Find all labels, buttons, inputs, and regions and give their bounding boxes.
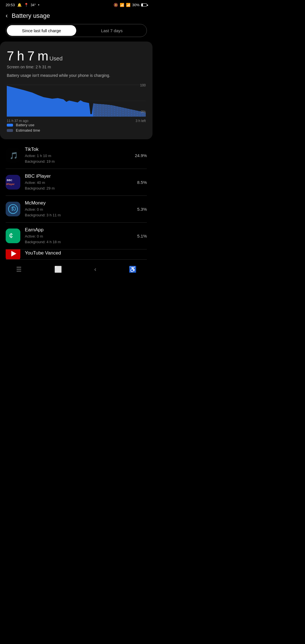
earnapp-active: Active: 0 m: [25, 234, 133, 239]
app-list: 🎵 TikTok Active: 1 h 10 m Background: 19…: [0, 142, 152, 260]
tiktok-background: Background: 19 m: [25, 159, 130, 164]
tiktok-percent: 24.9%: [135, 153, 147, 158]
status-bar: 20:53 🔔 📍 34° • 🔕 📶 📶 30%: [0, 0, 152, 9]
charging-note: Battery usage isn't measured while your …: [7, 73, 146, 78]
tab-since-last-charge[interactable]: Since last full charge: [7, 25, 76, 36]
alarm-icon: 🔔: [17, 3, 22, 7]
svg-text:🎵: 🎵: [10, 151, 18, 160]
mcmoney-info: McMoney Active: 0 m Background: 3 h 11 m: [25, 200, 133, 218]
youtube-info: YouTube Vanced: [25, 250, 147, 257]
battery-chart-svg: [7, 83, 146, 117]
time: 20:53: [6, 3, 15, 7]
svg-rect-22: [6, 175, 20, 190]
bbc-percent: 8.5%: [137, 180, 147, 185]
app-item-bbc[interactable]: BBC iPlayer BBC iPlayer Active: 40 m Bac…: [6, 169, 147, 196]
header: ‹ Battery usage: [0, 9, 152, 24]
bbc-active: Active: 40 m: [25, 180, 133, 186]
youtube-icon: [6, 249, 20, 260]
legend-estimated-dot: [7, 129, 13, 132]
app-item-mcmoney[interactable]: $ McMoney Active: 0 m Background: 3 h 11…: [6, 196, 147, 223]
chart-legend: Battery use Estimated time: [7, 123, 146, 132]
usage-used-label: Used: [49, 55, 63, 62]
chart-labels: 11 h 37 m ago 3 h left: [7, 119, 146, 123]
svg-text:¢: ¢: [9, 231, 13, 240]
bottom-nav: ☰ ⬜ ‹ ♿: [0, 262, 152, 278]
nav-accessibility-button[interactable]: ♿: [129, 266, 136, 273]
svg-text:BBC: BBC: [7, 179, 12, 182]
legend-battery-dot: [7, 124, 13, 127]
location-icon: 📍: [24, 3, 29, 7]
signal-icon: 📶: [126, 3, 130, 7]
mcmoney-percent: 5.3%: [137, 207, 147, 212]
battery-percent: 30%: [132, 3, 140, 7]
chart-min-label: 0%: [141, 110, 146, 114]
usage-hours: 7 h 7 m: [7, 49, 48, 63]
svg-text:$: $: [11, 206, 14, 211]
status-right: 🔕 📶 📶 30%: [114, 3, 147, 7]
chart-max-label: 100: [140, 83, 146, 87]
chart-end-label: 3 h left: [136, 119, 146, 123]
page-title: Battery usage: [12, 12, 50, 19]
youtube-name: YouTube Vanced: [25, 250, 147, 256]
mcmoney-active: Active: 0 m: [25, 207, 133, 212]
app-item-earnapp[interactable]: ¢ EarnApp Active: 0 m Background: 4 h 18…: [6, 223, 147, 249]
earnapp-background: Background: 4 h 18 m: [25, 239, 133, 245]
tiktok-name: TikTok: [25, 147, 130, 152]
svg-text:iPlayer: iPlayer: [6, 183, 15, 186]
earnapp-info: EarnApp Active: 0 m Background: 4 h 18 m: [25, 227, 133, 245]
tiktok-active: Active: 1 h 10 m: [25, 153, 130, 159]
battery-icon: [141, 3, 147, 6]
back-button[interactable]: ‹: [6, 12, 8, 19]
bbc-info: BBC iPlayer Active: 40 m Background: 29 …: [25, 173, 133, 191]
app-item-youtube[interactable]: YouTube Vanced: [6, 249, 147, 260]
bbc-name: BBC iPlayer: [25, 173, 133, 179]
mcmoney-name: McMoney: [25, 200, 133, 206]
earnapp-percent: 5.1%: [137, 234, 147, 238]
usage-time: 7 h 7 m Used: [7, 48, 146, 64]
tab-selector: Since last full charge Last 7 days: [6, 24, 147, 37]
legend-estimated: Estimated time: [7, 128, 146, 132]
battery-card: 7 h 7 m Used Screen on time: 2 h 31 m Ba…: [0, 42, 152, 139]
wifi-icon: 📶: [120, 3, 124, 7]
legend-battery-use: Battery use: [7, 123, 146, 127]
nav-back-button[interactable]: ‹: [94, 266, 96, 273]
earnapp-name: EarnApp: [25, 227, 133, 233]
bbc-background: Background: 29 m: [25, 186, 133, 191]
dot-icon: •: [38, 3, 40, 7]
nav-home-button[interactable]: ⬜: [54, 266, 62, 273]
app-item-tiktok[interactable]: 🎵 TikTok Active: 1 h 10 m Background: 19…: [6, 142, 147, 169]
earnapp-icon: ¢: [6, 229, 20, 243]
tab-last-7-days[interactable]: Last 7 days: [77, 24, 147, 37]
nav-menu-button[interactable]: ☰: [16, 266, 22, 273]
chart-start-label: 11 h 37 m ago: [7, 119, 29, 123]
bbc-icon: BBC iPlayer: [6, 175, 20, 190]
legend-estimated-label: Estimated time: [16, 128, 40, 132]
status-left: 20:53 🔔 📍 34° •: [6, 3, 39, 7]
legend-battery-label: Battery use: [16, 123, 34, 127]
screen-on-time: Screen on time: 2 h 31 m: [7, 65, 146, 69]
mcmoney-background: Background: 3 h 11 m: [25, 212, 133, 218]
temperature: 34°: [31, 3, 36, 7]
mute-icon: 🔕: [114, 3, 118, 7]
tiktok-icon: 🎵: [6, 148, 20, 163]
mcmoney-icon: $: [6, 202, 20, 216]
battery-chart: 100: [7, 83, 146, 120]
tiktok-info: TikTok Active: 1 h 10 m Background: 19 m: [25, 147, 130, 164]
